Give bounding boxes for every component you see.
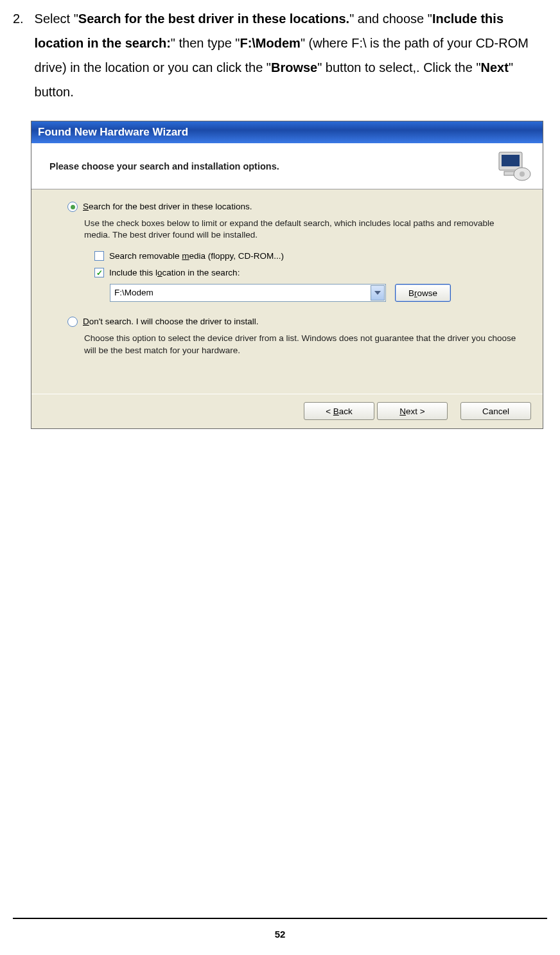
wizard-buttons: < Back Next > Cancel — [31, 394, 543, 428]
location-combobox[interactable]: F:\Modem — [110, 284, 386, 302]
radio1-help-text: Use the check boxes below to limit or ex… — [67, 218, 520, 250]
page-number: 52 — [0, 929, 560, 940]
radio-label: Don't search. I will choose the driver t… — [83, 316, 258, 328]
hardware-icon — [495, 148, 532, 183]
wizard-header-title: Please choose your search and installati… — [49, 161, 279, 171]
next-button[interactable]: Next > — [377, 402, 448, 420]
radio-icon — [67, 317, 78, 327]
radio-dont-search[interactable]: Don't search. I will choose the driver t… — [67, 316, 520, 328]
titlebar: Found New Hardware Wizard — [31, 121, 543, 143]
browse-button[interactable]: Browse — [395, 284, 451, 302]
footer-divider — [13, 918, 547, 919]
checkbox-icon — [94, 268, 104, 277]
radio2-help-text: Choose this option to select the device … — [67, 333, 520, 365]
radio-icon — [67, 202, 78, 212]
location-value: F:\Modem — [114, 287, 153, 299]
wizard-content: Search for the best driver in these loca… — [31, 189, 543, 394]
radio-label: Search for the best driver in these loca… — [83, 201, 252, 213]
checkbox-icon — [94, 251, 104, 261]
step-body: Select "Search for the best driver in th… — [35, 6, 542, 104]
svg-rect-1 — [502, 155, 520, 166]
window-title: Found New Hardware Wizard — [38, 126, 188, 139]
cancel-button[interactable]: Cancel — [460, 402, 531, 420]
checkbox-include-location[interactable]: Include this location in the search: — [94, 267, 520, 279]
checkbox-label: Include this location in the search: — [109, 267, 240, 279]
step-number: 2. — [13, 6, 31, 31]
wizard-window: Found New Hardware Wizard Please choose … — [31, 121, 543, 429]
instruction-step: 2. Select "Search for the best driver in… — [13, 6, 547, 104]
wizard-header: Please choose your search and installati… — [31, 143, 543, 189]
dropdown-button[interactable] — [371, 285, 385, 301]
checkbox-search-removable[interactable]: Search removable media (floppy, CD-ROM..… — [94, 250, 520, 262]
back-button[interactable]: < Back — [304, 402, 374, 420]
checkbox-label: Search removable media (floppy, CD-ROM..… — [109, 250, 284, 262]
svg-point-4 — [520, 171, 525, 177]
radio-search-best-driver[interactable]: Search for the best driver in these loca… — [67, 201, 520, 213]
